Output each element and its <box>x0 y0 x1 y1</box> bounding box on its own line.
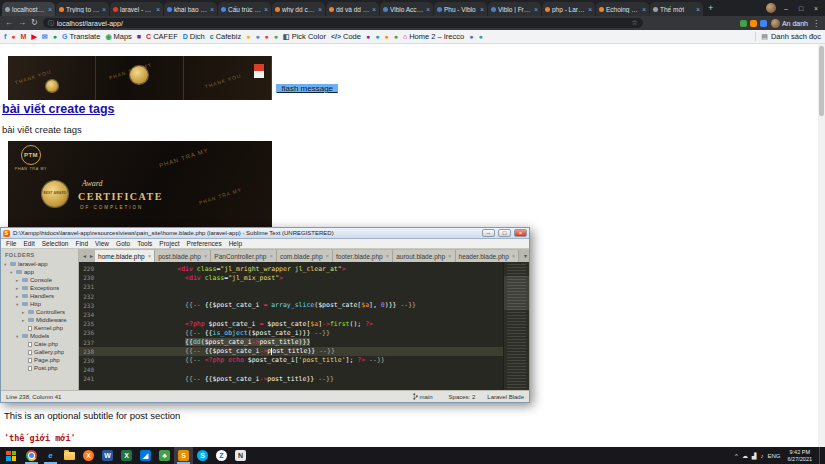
extension-icon[interactable] <box>750 20 757 27</box>
tree-item[interactable]: ▸Middleware <box>1 316 78 324</box>
bookmark-item[interactable]: M <box>21 33 27 40</box>
bookmark-item[interactable]: ● <box>53 33 57 40</box>
page-scrollbar[interactable] <box>818 44 825 447</box>
bookmark-item[interactable]: CCAFEF <box>146 32 178 41</box>
tab-close-icon[interactable]: × <box>480 6 484 13</box>
tree-item[interactable]: ▸Controllers <box>1 308 78 316</box>
status-indent[interactable]: Spaces: 2 <box>449 394 476 400</box>
editor-tab[interactable]: post.blade.php× <box>155 250 211 262</box>
bookmark-item[interactable]: </>Code <box>331 32 361 41</box>
browser-tab[interactable]: laravel - Tri...× <box>110 2 163 16</box>
status-position[interactable]: Line 238, Column 41 <box>6 394 61 400</box>
tab-close-icon[interactable]: × <box>204 253 208 259</box>
code-line[interactable]: 237 {{dd($post_cate_i->post_title)}} <box>79 338 503 347</box>
tab-close-icon[interactable]: × <box>102 6 106 13</box>
menu-edit[interactable]: Edit <box>23 240 34 247</box>
menu-tools[interactable]: Tools <box>137 240 152 247</box>
tab-close-icon[interactable]: × <box>534 6 538 13</box>
code-line[interactable]: 240 <box>79 365 503 374</box>
address-bar[interactable]: ⓘ localhost/laravel-app/ ☆ <box>43 18 643 28</box>
taskbar-skype[interactable]: S <box>193 447 212 464</box>
browser-tab[interactable]: khai bao m...× <box>164 2 217 16</box>
browser-tab[interactable]: dd và dd v...× <box>326 2 379 16</box>
code-line[interactable]: 238 {{-- {{$post_cate_i->post_title}} --… <box>79 347 503 356</box>
editor-tab[interactable]: header.blade.php× <box>456 250 520 262</box>
bookmark-item[interactable]: ● <box>478 33 482 40</box>
code-line[interactable]: 235 <?php $post_cate_i = $post_cate[$a]-… <box>79 319 503 328</box>
bookmark-item[interactable]: cCafebiz <box>210 32 241 41</box>
tray-cloud-icon[interactable]: ☁ <box>742 452 748 459</box>
bookmark-item[interactable]: ● <box>274 33 278 40</box>
start-button[interactable] <box>0 447 22 464</box>
tab-close-icon[interactable]: × <box>372 6 376 13</box>
tray-volume-icon[interactable]: ♪ <box>761 453 764 459</box>
bookmark-item[interactable]: ● <box>265 33 269 40</box>
code-line[interactable]: 232 <box>79 292 503 301</box>
taskbar-word[interactable]: W <box>98 447 117 464</box>
taskbar-sublime[interactable]: S <box>174 447 193 464</box>
bookmark-star-icon[interactable]: ☆ <box>631 19 637 27</box>
sublime-editor[interactable]: 229 <div class="jl_mright_wrapper jl_cle… <box>79 262 529 390</box>
bookmark-item[interactable]: ● <box>255 33 259 40</box>
show-desktop-button[interactable] <box>819 447 823 464</box>
browser-tab[interactable]: Cấu trúc htt...× <box>218 2 271 16</box>
bookmark-item[interactable]: ● <box>366 33 370 40</box>
code-line[interactable]: 229 <div class="jl_mright_wrapper jl_cle… <box>79 264 503 273</box>
tree-item[interactable]: Post.php <box>1 364 78 372</box>
bookmark-item[interactable]: f <box>4 33 6 40</box>
taskbar-leaf-app[interactable]: ♣ <box>155 447 174 464</box>
bookmark-item[interactable]: ■ <box>137 33 141 40</box>
tray-language[interactable]: ENG <box>768 453 781 459</box>
tree-item[interactable]: ▸Handlers <box>1 292 78 300</box>
status-git-branch[interactable]: main <box>413 393 433 400</box>
tree-item[interactable]: ▾Http <box>1 300 78 308</box>
editor-tab[interactable]: PanController.php× <box>211 250 277 262</box>
browser-tab[interactable]: Phu - Viblo× <box>434 2 487 16</box>
bookmark-item[interactable]: GTranslate <box>62 32 100 41</box>
create-tags-link[interactable]: bài viết create tags <box>2 102 115 116</box>
reading-list-button[interactable]: ▤ Danh sách đọc <box>755 32 821 41</box>
menu-file[interactable]: File <box>6 240 16 247</box>
taskbar-clock[interactable]: 9:42 PM 6/27/2021 <box>785 449 815 462</box>
taskbar-zalo[interactable]: Z <box>212 447 231 464</box>
browser-tab[interactable]: php - Larav...× <box>542 2 595 16</box>
menu-selection[interactable]: Selection <box>42 240 69 247</box>
bookmark-item[interactable]: ⌂Home 2 – Irecco <box>403 32 464 41</box>
code-line[interactable]: 241 {{-- {{$post_cate_i->post_title}} --… <box>79 374 503 383</box>
code-line[interactable]: 236 {{-- {{is_object($post_cate_i)}} --}… <box>79 328 503 337</box>
menu-find[interactable]: Find <box>75 240 88 247</box>
tree-item[interactable]: Gallery.php <box>1 348 78 356</box>
taskbar-chrome[interactable] <box>22 447 41 464</box>
tree-item[interactable]: Page.php <box>1 356 78 364</box>
bookmark-item[interactable]: DDịch <box>183 32 205 41</box>
tray-chevron-icon[interactable]: ^ <box>735 453 738 459</box>
tab-close-icon[interactable]: × <box>696 6 700 13</box>
tree-item[interactable]: ▸Console <box>1 276 78 284</box>
editor-tab[interactable]: footer.blade.php× <box>333 250 393 262</box>
bookmark-item[interactable]: ● <box>246 33 250 40</box>
taskbar-notepad[interactable]: N <box>231 447 250 464</box>
taskbar-edge[interactable]: e <box>41 447 60 464</box>
window-close-button[interactable]: × <box>811 5 821 12</box>
bookmark-item[interactable]: ● <box>384 33 388 40</box>
tab-close-icon[interactable]: × <box>448 253 452 259</box>
tab-close-icon[interactable]: × <box>318 6 322 13</box>
tab-overflow-icon[interactable]: ▾ <box>522 252 529 259</box>
taskbar-file-explorer[interactable] <box>60 447 79 464</box>
scrollbar-thumb[interactable] <box>819 46 824 116</box>
sublime-minimize-button[interactable]: – <box>482 229 495 237</box>
tab-close-icon[interactable]: × <box>588 6 592 13</box>
tab-close-icon[interactable]: × <box>512 253 516 259</box>
tab-close-icon[interactable]: × <box>210 6 214 13</box>
forward-icon[interactable]: → <box>18 19 26 27</box>
tree-item[interactable]: Kernel.php <box>1 324 78 332</box>
editor-tab[interactable]: aurout.blade.php× <box>393 250 455 262</box>
back-icon[interactable]: ← <box>5 19 13 27</box>
bookmark-item[interactable]: ● <box>375 33 379 40</box>
bookmark-item[interactable]: ● <box>11 33 15 40</box>
tab-scroll-left-icon[interactable]: ◂ <box>81 252 88 259</box>
sublime-close-button[interactable]: × <box>514 229 527 237</box>
taskbar-vscode[interactable]: ◢ <box>136 447 155 464</box>
tree-item[interactable]: Cate.php <box>1 340 78 348</box>
code-line[interactable]: 231 <box>79 282 503 291</box>
